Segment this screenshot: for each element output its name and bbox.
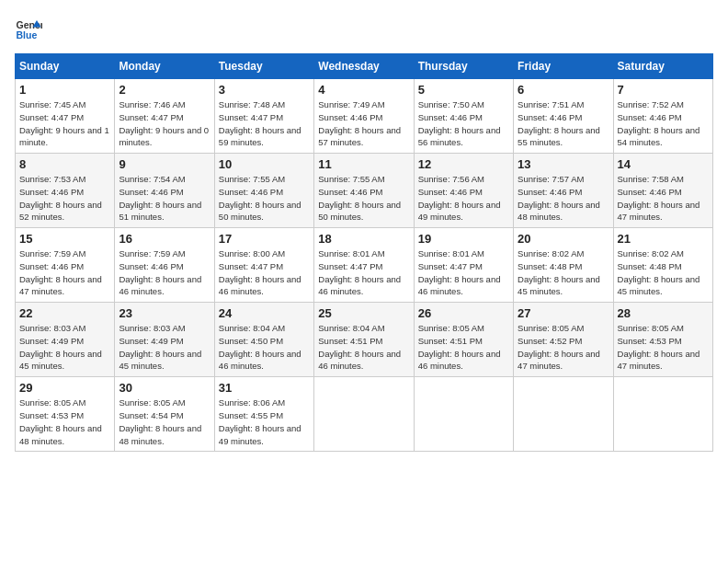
day-info: Sunrise: 8:03 AMSunset: 4:49 PMDaylight:… [19,322,110,373]
calendar-cell: 24 Sunrise: 8:04 AMSunset: 4:50 PMDaylig… [214,303,313,377]
calendar-cell: 11 Sunrise: 7:55 AMSunset: 4:46 PMDaylig… [314,154,414,228]
calendar-cell: 25 Sunrise: 8:04 AMSunset: 4:51 PMDaylig… [314,303,414,377]
calendar-week-row: 22 Sunrise: 8:03 AMSunset: 4:49 PMDaylig… [16,303,713,377]
logo: General Blue [15,15,42,42]
day-number: 5 [418,83,509,97]
calendar-cell: 2 Sunrise: 7:46 AMSunset: 4:47 PMDayligh… [115,79,214,154]
day-info: Sunrise: 7:56 AMSunset: 4:46 PMDaylight:… [418,173,509,224]
calendar-cell: 5 Sunrise: 7:50 AMSunset: 4:46 PMDayligh… [414,79,513,154]
svg-text:Blue: Blue [17,29,38,40]
day-info: Sunrise: 7:54 AMSunset: 4:46 PMDaylight:… [119,173,210,224]
day-info: Sunrise: 8:04 AMSunset: 4:51 PMDaylight:… [318,322,409,373]
day-number: 1 [19,83,110,97]
day-info: Sunrise: 8:00 AMSunset: 4:47 PMDaylight:… [219,247,310,298]
day-number: 7 [618,83,709,97]
calendar-cell [314,377,414,452]
day-info: Sunrise: 7:52 AMSunset: 4:46 PMDaylight:… [618,98,709,149]
calendar-cell: 3 Sunrise: 7:48 AMSunset: 4:47 PMDayligh… [214,79,313,154]
day-info: Sunrise: 8:05 AMSunset: 4:52 PMDaylight:… [518,322,609,373]
day-number: 4 [318,83,409,97]
day-number: 10 [219,157,310,171]
calendar-cell: 18 Sunrise: 8:01 AMSunset: 4:47 PMDaylig… [314,228,414,303]
calendar-cell [414,377,513,452]
calendar-cell: 15 Sunrise: 7:59 AMSunset: 4:46 PMDaylig… [16,228,115,303]
calendar-cell: 13 Sunrise: 7:57 AMSunset: 4:46 PMDaylig… [514,154,613,228]
day-info: Sunrise: 8:02 AMSunset: 4:48 PMDaylight:… [618,247,709,298]
weekday-header: Wednesday [314,54,414,79]
day-number: 26 [418,306,509,320]
day-info: Sunrise: 7:57 AMSunset: 4:46 PMDaylight:… [518,173,609,224]
day-info: Sunrise: 8:01 AMSunset: 4:47 PMDaylight:… [318,247,409,298]
calendar-cell: 21 Sunrise: 8:02 AMSunset: 4:48 PMDaylig… [613,228,712,303]
calendar-week-row: 29 Sunrise: 8:05 AMSunset: 4:53 PMDaylig… [16,377,713,452]
weekday-header: Monday [115,54,214,79]
day-number: 23 [119,306,210,320]
calendar-cell: 10 Sunrise: 7:55 AMSunset: 4:46 PMDaylig… [214,154,313,228]
calendar-cell: 9 Sunrise: 7:54 AMSunset: 4:46 PMDayligh… [115,154,214,228]
day-info: Sunrise: 7:55 AMSunset: 4:46 PMDaylight:… [219,173,310,224]
day-number: 29 [19,381,110,395]
calendar-cell [613,377,712,452]
calendar-cell: 4 Sunrise: 7:49 AMSunset: 4:46 PMDayligh… [314,79,414,154]
calendar-week-row: 1 Sunrise: 7:45 AMSunset: 4:47 PMDayligh… [16,79,713,154]
day-number: 25 [318,306,409,320]
day-number: 22 [19,306,110,320]
day-info: Sunrise: 8:05 AMSunset: 4:54 PMDaylight:… [119,396,210,447]
calendar-cell [514,377,613,452]
calendar-cell: 20 Sunrise: 8:02 AMSunset: 4:48 PMDaylig… [514,228,613,303]
day-number: 21 [618,232,709,246]
calendar-cell: 7 Sunrise: 7:52 AMSunset: 4:46 PMDayligh… [613,79,712,154]
calendar-cell: 14 Sunrise: 7:58 AMSunset: 4:46 PMDaylig… [613,154,712,228]
calendar-cell: 6 Sunrise: 7:51 AMSunset: 4:46 PMDayligh… [514,79,613,154]
calendar-week-row: 15 Sunrise: 7:59 AMSunset: 4:46 PMDaylig… [16,228,713,303]
day-info: Sunrise: 7:59 AMSunset: 4:46 PMDaylight:… [119,247,210,298]
day-info: Sunrise: 7:51 AMSunset: 4:46 PMDaylight:… [518,98,609,149]
calendar-cell: 26 Sunrise: 8:05 AMSunset: 4:51 PMDaylig… [414,303,513,377]
day-info: Sunrise: 7:45 AMSunset: 4:47 PMDaylight:… [19,98,110,149]
day-info: Sunrise: 8:03 AMSunset: 4:49 PMDaylight:… [119,322,210,373]
calendar-week-row: 8 Sunrise: 7:53 AMSunset: 4:46 PMDayligh… [16,154,713,228]
weekday-header: Sunday [16,54,115,79]
calendar-cell: 8 Sunrise: 7:53 AMSunset: 4:46 PMDayligh… [16,154,115,228]
calendar-cell: 1 Sunrise: 7:45 AMSunset: 4:47 PMDayligh… [16,79,115,154]
calendar-cell: 23 Sunrise: 8:03 AMSunset: 4:49 PMDaylig… [115,303,214,377]
day-info: Sunrise: 8:05 AMSunset: 4:53 PMDaylight:… [618,322,709,373]
day-info: Sunrise: 8:05 AMSunset: 4:51 PMDaylight:… [418,322,509,373]
day-number: 20 [518,232,609,246]
day-info: Sunrise: 7:59 AMSunset: 4:46 PMDaylight:… [19,247,110,298]
day-number: 2 [119,83,210,97]
day-number: 30 [119,381,210,395]
day-number: 15 [19,232,110,246]
day-info: Sunrise: 8:02 AMSunset: 4:48 PMDaylight:… [518,247,609,298]
day-number: 19 [418,232,509,246]
calendar-cell: 28 Sunrise: 8:05 AMSunset: 4:53 PMDaylig… [613,303,712,377]
calendar-cell: 31 Sunrise: 8:06 AMSunset: 4:55 PMDaylig… [214,377,313,452]
day-number: 3 [219,83,310,97]
calendar-cell: 30 Sunrise: 8:05 AMSunset: 4:54 PMDaylig… [115,377,214,452]
calendar-cell: 17 Sunrise: 8:00 AMSunset: 4:47 PMDaylig… [214,228,313,303]
day-number: 13 [518,157,609,171]
calendar-cell: 29 Sunrise: 8:05 AMSunset: 4:53 PMDaylig… [16,377,115,452]
day-info: Sunrise: 8:04 AMSunset: 4:50 PMDaylight:… [219,322,310,373]
day-number: 27 [518,306,609,320]
day-number: 14 [618,157,709,171]
day-info: Sunrise: 8:06 AMSunset: 4:55 PMDaylight:… [219,396,310,447]
day-info: Sunrise: 7:46 AMSunset: 4:47 PMDaylight:… [119,98,210,149]
calendar-cell: 22 Sunrise: 8:03 AMSunset: 4:49 PMDaylig… [16,303,115,377]
day-info: Sunrise: 8:05 AMSunset: 4:53 PMDaylight:… [19,396,110,447]
weekday-header: Thursday [414,54,513,79]
logo-icon: General Blue [15,15,42,42]
day-number: 24 [219,306,310,320]
day-number: 12 [418,157,509,171]
day-info: Sunrise: 7:49 AMSunset: 4:46 PMDaylight:… [318,98,409,149]
weekday-header: Tuesday [214,54,313,79]
calendar-cell: 19 Sunrise: 8:01 AMSunset: 4:47 PMDaylig… [414,228,513,303]
weekday-header: Saturday [613,54,712,79]
calendar-cell: 16 Sunrise: 7:59 AMSunset: 4:46 PMDaylig… [115,228,214,303]
day-info: Sunrise: 8:01 AMSunset: 4:47 PMDaylight:… [418,247,509,298]
day-number: 18 [318,232,409,246]
calendar-header: SundayMondayTuesdayWednesdayThursdayFrid… [16,54,713,79]
day-info: Sunrise: 7:53 AMSunset: 4:46 PMDaylight:… [19,173,110,224]
day-number: 8 [19,157,110,171]
day-number: 17 [219,232,310,246]
